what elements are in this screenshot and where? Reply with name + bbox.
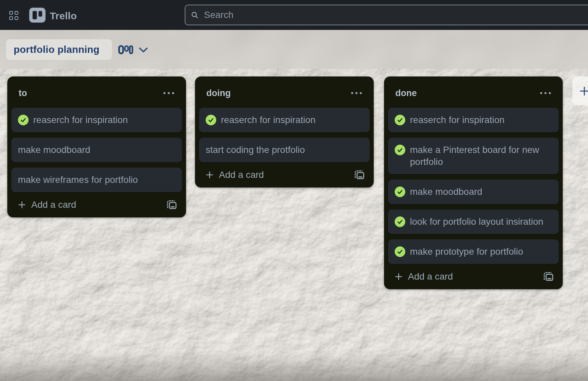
add-card-label: Add a card xyxy=(408,271,453,282)
plus-icon xyxy=(579,86,588,96)
card[interactable]: make moodboard xyxy=(11,138,182,162)
card-text: make prototype for portfolio xyxy=(410,246,552,258)
card-text: reaserch for inspiration xyxy=(221,114,363,126)
card[interactable]: make moodboard xyxy=(388,180,559,204)
board-name-button[interactable]: portfolio planning xyxy=(6,39,112,60)
ellipsis-icon xyxy=(351,92,353,94)
ellipsis-icon xyxy=(163,92,165,94)
card-template-button[interactable] xyxy=(352,168,366,182)
card[interactable]: look for portfolio layout insiration xyxy=(388,209,559,234)
card[interactable]: reaserch for inspiration xyxy=(199,108,370,132)
board-name: portfolio planning xyxy=(14,44,100,55)
check-icon xyxy=(395,246,405,257)
list-title: to xyxy=(19,88,27,98)
add-card-label: Add a card xyxy=(219,170,264,180)
app-name: Trello xyxy=(50,10,77,22)
list-done: done reaserch for inspiration make a Pin… xyxy=(384,76,563,289)
check-icon xyxy=(395,216,405,227)
card-text: reaserch for inspiration xyxy=(410,114,552,126)
card-text: reaserch for inspiration xyxy=(33,114,175,126)
card[interactable]: make prototype for portfolio xyxy=(388,239,559,264)
card-text: make moodboard xyxy=(18,144,175,156)
list-title: done xyxy=(395,88,417,98)
card[interactable]: make wireframes for portfolio xyxy=(11,168,182,192)
card-template-button[interactable] xyxy=(541,270,555,284)
plus-icon xyxy=(18,201,26,209)
check-icon xyxy=(206,115,216,125)
card-text: start coding the protfolio xyxy=(206,144,363,156)
plus-icon xyxy=(206,171,214,179)
add-card-button[interactable]: Add a card xyxy=(202,168,267,182)
trello-logo-icon[interactable] xyxy=(29,8,46,23)
card[interactable]: reaserch for inspiration xyxy=(388,108,559,132)
search-icon xyxy=(191,11,199,19)
check-icon xyxy=(395,115,405,125)
board-view-icon xyxy=(118,45,134,55)
card-text: make wireframes for portfolio xyxy=(18,174,175,186)
card-text: make a Pinterest board for new portfolio xyxy=(410,144,552,168)
ellipsis-icon xyxy=(540,92,542,94)
card-text: make moodboard xyxy=(410,186,552,198)
chevron-down-icon xyxy=(139,47,148,53)
view-switcher-button[interactable] xyxy=(118,45,148,55)
top-app-bar: Trello xyxy=(0,0,588,30)
card-text: look for portfolio layout insiration xyxy=(410,216,552,228)
board-header: portfolio planning xyxy=(0,30,588,69)
card[interactable]: make a Pinterest board for new portfolio xyxy=(388,138,559,174)
search-bar[interactable] xyxy=(185,5,588,25)
grid-icon xyxy=(15,16,18,20)
card[interactable]: start coding the protfolio xyxy=(199,138,370,162)
app-switcher-button[interactable] xyxy=(9,11,19,20)
card-template-icon xyxy=(543,271,554,282)
list-menu-button[interactable] xyxy=(538,89,553,97)
card-template-icon xyxy=(354,169,365,181)
card-template-button[interactable] xyxy=(165,198,179,212)
card-template-icon xyxy=(166,199,177,210)
list-menu-button[interactable] xyxy=(161,89,176,97)
check-icon xyxy=(395,145,405,155)
search-input[interactable] xyxy=(204,10,403,20)
check-icon xyxy=(18,115,29,125)
list-doing: doing reaserch for inspiration start cod… xyxy=(195,76,374,188)
check-icon xyxy=(395,187,405,197)
plus-icon xyxy=(395,273,403,281)
grid-icon xyxy=(9,11,13,15)
list-title: doing xyxy=(206,88,231,98)
grid-icon xyxy=(15,11,18,15)
list-to: to reaserch for inspiration make moodboa… xyxy=(7,76,186,217)
card[interactable]: reaserch for inspiration xyxy=(11,108,182,132)
add-card-label: Add a card xyxy=(31,199,76,210)
add-list-button[interactable] xyxy=(572,76,588,105)
add-card-button[interactable]: Add a card xyxy=(391,270,456,283)
list-menu-button[interactable] xyxy=(349,89,364,97)
add-card-button[interactable]: Add a card xyxy=(15,198,79,211)
grid-icon xyxy=(9,16,13,20)
